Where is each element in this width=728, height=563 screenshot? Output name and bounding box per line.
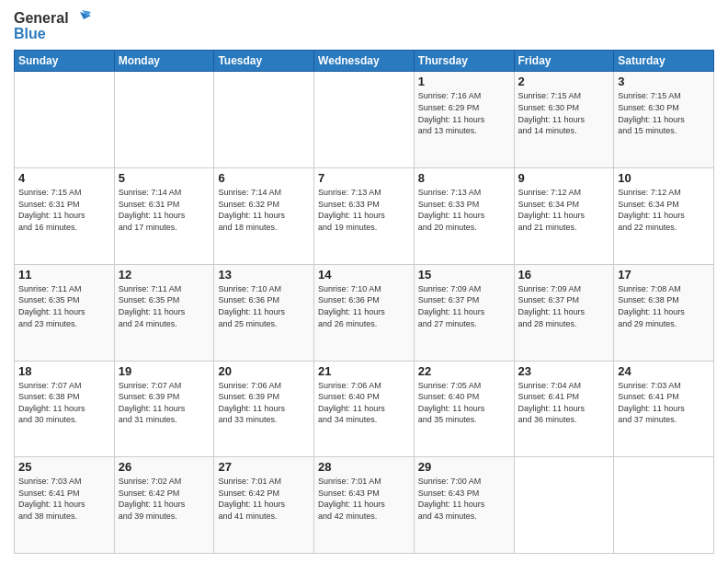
day-info: Sunrise: 7:02 AM Sunset: 6:42 PM Dayligh… — [119, 476, 210, 522]
day-info: Sunrise: 7:04 AM Sunset: 6:41 PM Dayligh… — [518, 380, 610, 426]
calendar-cell: 6Sunrise: 7:14 AM Sunset: 6:32 PM Daylig… — [214, 168, 314, 265]
calendar-cell: 5Sunrise: 7:14 AM Sunset: 6:31 PM Daylig… — [114, 168, 214, 265]
day-number: 16 — [518, 268, 610, 282]
day-info: Sunrise: 7:03 AM Sunset: 6:41 PM Dayligh… — [618, 380, 710, 426]
day-info: Sunrise: 7:14 AM Sunset: 6:31 PM Dayligh… — [119, 187, 210, 233]
calendar-cell: 16Sunrise: 7:09 AM Sunset: 6:37 PM Dayli… — [514, 264, 614, 361]
weekday-thursday: Thursday — [414, 51, 514, 72]
weekday-sunday: Sunday — [15, 51, 115, 72]
header: General Blue — [14, 9, 714, 42]
calendar-cell — [15, 72, 115, 168]
weekday-monday: Monday — [114, 51, 214, 72]
day-number: 2 — [518, 75, 610, 88]
day-info: Sunrise: 7:06 AM Sunset: 6:39 PM Dayligh… — [218, 380, 310, 426]
day-number: 20 — [218, 364, 310, 378]
logo-bird-icon — [71, 10, 91, 27]
weekday-wednesday: Wednesday — [314, 51, 415, 72]
weekday-friday: Friday — [514, 51, 614, 72]
logo-wordmark: General Blue — [14, 9, 91, 42]
calendar-cell: 19Sunrise: 7:07 AM Sunset: 6:39 PM Dayli… — [114, 361, 214, 457]
day-info: Sunrise: 7:15 AM Sunset: 6:30 PM Dayligh… — [518, 90, 610, 136]
calendar-cell: 25Sunrise: 7:03 AM Sunset: 6:41 PM Dayli… — [15, 457, 115, 554]
day-number: 24 — [618, 364, 710, 378]
calendar-cell: 27Sunrise: 7:01 AM Sunset: 6:42 PM Dayli… — [214, 457, 314, 554]
calendar-cell: 8Sunrise: 7:13 AM Sunset: 6:33 PM Daylig… — [414, 168, 514, 265]
day-number: 29 — [418, 460, 510, 474]
day-info: Sunrise: 7:15 AM Sunset: 6:31 PM Dayligh… — [18, 187, 110, 233]
day-number: 22 — [418, 364, 510, 378]
day-number: 8 — [418, 171, 510, 185]
day-info: Sunrise: 7:09 AM Sunset: 6:37 PM Dayligh… — [418, 283, 510, 329]
calendar-cell: 21Sunrise: 7:06 AM Sunset: 6:40 PM Dayli… — [314, 361, 415, 457]
day-number: 3 — [618, 75, 710, 88]
day-info: Sunrise: 7:11 AM Sunset: 6:35 PM Dayligh… — [119, 283, 210, 329]
day-info: Sunrise: 7:07 AM Sunset: 6:39 PM Dayligh… — [119, 380, 210, 426]
calendar-cell: 9Sunrise: 7:12 AM Sunset: 6:34 PM Daylig… — [514, 168, 614, 265]
calendar-cell: 23Sunrise: 7:04 AM Sunset: 6:41 PM Dayli… — [514, 361, 614, 457]
day-info: Sunrise: 7:05 AM Sunset: 6:40 PM Dayligh… — [418, 380, 510, 426]
calendar-cell: 1Sunrise: 7:16 AM Sunset: 6:29 PM Daylig… — [414, 72, 514, 168]
page: General Blue SundayMondayTuesdayWednesda… — [0, 0, 728, 563]
week-row-1: 4Sunrise: 7:15 AM Sunset: 6:31 PM Daylig… — [15, 168, 714, 265]
day-number: 27 — [218, 460, 310, 474]
day-number: 11 — [18, 268, 110, 282]
day-info: Sunrise: 7:03 AM Sunset: 6:41 PM Dayligh… — [18, 476, 110, 522]
day-number: 26 — [119, 460, 210, 474]
calendar-cell — [214, 72, 314, 168]
day-number: 9 — [518, 171, 610, 185]
calendar-cell: 3Sunrise: 7:15 AM Sunset: 6:30 PM Daylig… — [614, 72, 714, 168]
day-info: Sunrise: 7:10 AM Sunset: 6:36 PM Dayligh… — [218, 283, 310, 329]
day-number: 18 — [18, 364, 110, 378]
day-number: 17 — [618, 268, 710, 282]
calendar-cell: 11Sunrise: 7:11 AM Sunset: 6:35 PM Dayli… — [15, 264, 115, 361]
logo-blue-text: Blue — [14, 25, 46, 42]
day-number: 13 — [218, 268, 310, 282]
day-number: 15 — [418, 268, 510, 282]
calendar-cell: 20Sunrise: 7:06 AM Sunset: 6:39 PM Dayli… — [214, 361, 314, 457]
day-info: Sunrise: 7:09 AM Sunset: 6:37 PM Dayligh… — [518, 283, 610, 329]
day-number: 21 — [318, 364, 410, 378]
day-number: 12 — [119, 268, 210, 282]
weekday-tuesday: Tuesday — [214, 51, 314, 72]
week-row-0: 1Sunrise: 7:16 AM Sunset: 6:29 PM Daylig… — [15, 72, 714, 168]
calendar-cell: 4Sunrise: 7:15 AM Sunset: 6:31 PM Daylig… — [15, 168, 115, 265]
day-number: 7 — [318, 171, 410, 185]
day-number: 1 — [418, 75, 510, 88]
calendar-cell: 13Sunrise: 7:10 AM Sunset: 6:36 PM Dayli… — [214, 264, 314, 361]
calendar-cell — [314, 72, 415, 168]
day-number: 10 — [618, 171, 710, 185]
calendar-cell: 24Sunrise: 7:03 AM Sunset: 6:41 PM Dayli… — [614, 361, 714, 457]
calendar-cell — [514, 457, 614, 554]
calendar-cell: 26Sunrise: 7:02 AM Sunset: 6:42 PM Dayli… — [114, 457, 214, 554]
calendar-cell: 22Sunrise: 7:05 AM Sunset: 6:40 PM Dayli… — [414, 361, 514, 457]
day-number: 23 — [518, 364, 610, 378]
day-number: 6 — [218, 171, 310, 185]
day-info: Sunrise: 7:13 AM Sunset: 6:33 PM Dayligh… — [418, 187, 510, 233]
calendar-cell: 12Sunrise: 7:11 AM Sunset: 6:35 PM Dayli… — [114, 264, 214, 361]
calendar-cell: 29Sunrise: 7:00 AM Sunset: 6:43 PM Dayli… — [414, 457, 514, 554]
day-number: 19 — [119, 364, 210, 378]
day-number: 14 — [318, 268, 410, 282]
calendar-cell: 15Sunrise: 7:09 AM Sunset: 6:37 PM Dayli… — [414, 264, 514, 361]
logo: General Blue — [14, 9, 91, 42]
calendar-table: SundayMondayTuesdayWednesdayThursdayFrid… — [14, 50, 714, 554]
day-info: Sunrise: 7:06 AM Sunset: 6:40 PM Dayligh… — [318, 380, 410, 426]
calendar-cell — [614, 457, 714, 554]
calendar-cell: 10Sunrise: 7:12 AM Sunset: 6:34 PM Dayli… — [614, 168, 714, 265]
day-number: 28 — [318, 460, 410, 474]
week-row-4: 25Sunrise: 7:03 AM Sunset: 6:41 PM Dayli… — [15, 457, 714, 554]
calendar-cell: 7Sunrise: 7:13 AM Sunset: 6:33 PM Daylig… — [314, 168, 415, 265]
day-info: Sunrise: 7:15 AM Sunset: 6:30 PM Dayligh… — [618, 90, 710, 136]
weekday-saturday: Saturday — [614, 51, 714, 72]
day-info: Sunrise: 7:07 AM Sunset: 6:38 PM Dayligh… — [18, 380, 110, 426]
day-info: Sunrise: 7:12 AM Sunset: 6:34 PM Dayligh… — [518, 187, 610, 233]
calendar-cell: 14Sunrise: 7:10 AM Sunset: 6:36 PM Dayli… — [314, 264, 415, 361]
day-number: 5 — [119, 171, 210, 185]
day-number: 25 — [18, 460, 110, 474]
day-info: Sunrise: 7:01 AM Sunset: 6:43 PM Dayligh… — [318, 476, 410, 522]
day-info: Sunrise: 7:14 AM Sunset: 6:32 PM Dayligh… — [218, 187, 310, 233]
day-info: Sunrise: 7:12 AM Sunset: 6:34 PM Dayligh… — [618, 187, 710, 233]
calendar-cell — [114, 72, 214, 168]
day-info: Sunrise: 7:13 AM Sunset: 6:33 PM Dayligh… — [318, 187, 410, 233]
day-info: Sunrise: 7:16 AM Sunset: 6:29 PM Dayligh… — [418, 90, 510, 136]
